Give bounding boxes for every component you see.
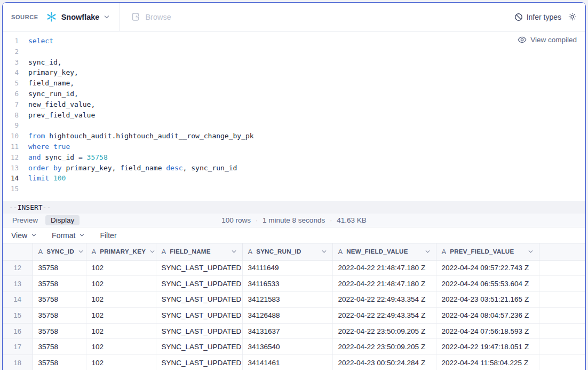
filter-menu-button[interactable]: Filter xyxy=(100,231,116,240)
view-compiled-label: View compiled xyxy=(530,36,577,44)
code-text: new_field_value, xyxy=(19,99,95,110)
cell: 102 xyxy=(86,355,156,370)
browse-button[interactable]: Browse xyxy=(132,12,171,21)
chevron-down-icon[interactable] xyxy=(231,249,237,255)
line-number: 14 xyxy=(3,173,19,184)
code-line[interactable]: 10from hightouch_audit.hightouch_audit__… xyxy=(3,131,585,141)
results-table: ASYNC_IDAPRIMARY_KEYAFIELD_NAMEASYNC_RUN… xyxy=(3,243,585,370)
code-line[interactable]: 2 xyxy=(3,46,585,57)
cell: 35758 xyxy=(33,323,86,339)
table-row: 1635758102SYNC_LAST_UPDATED341316372022-… xyxy=(3,323,585,339)
source-bar-actions: Infer types xyxy=(514,12,577,21)
cell: 34126488 xyxy=(242,308,332,324)
results-tabs-row: Preview Display 100 rows · 1 minute 8 se… xyxy=(3,214,585,227)
code-line[interactable]: 6sync_run_id, xyxy=(3,89,585,99)
cell: 2022-04-23 03:51:21.165 Z xyxy=(436,292,539,308)
code-line[interactable]: 11where true xyxy=(3,141,585,152)
code-line[interactable]: 4primary_key, xyxy=(3,67,585,78)
cell: SYNC_LAST_UPDATED xyxy=(156,292,242,308)
line-number: 8 xyxy=(3,110,19,121)
code-text: order by primary_key, field_name desc, s… xyxy=(19,163,237,174)
filler-header xyxy=(539,243,585,260)
code-text: where true xyxy=(19,141,70,152)
cell: SYNC_LAST_UPDATED xyxy=(156,339,242,355)
code-line[interactable]: 9 xyxy=(3,120,585,131)
code-lines: 1select23sync_id,4primary_key,5field_nam… xyxy=(3,36,585,194)
view-compiled-button[interactable]: View compiled xyxy=(518,36,577,44)
line-number: 9 xyxy=(3,120,19,131)
code-text: prev_field_value xyxy=(19,110,95,121)
chevron-down-icon xyxy=(31,232,37,238)
cell: 2022-04-24 09:57:22.743 Z xyxy=(436,260,539,276)
code-line[interactable]: 13order by primary_key, field_name desc,… xyxy=(3,163,585,174)
line-number: 4 xyxy=(3,67,19,78)
chevron-down-icon xyxy=(104,14,110,20)
code-line[interactable]: 3sync_id, xyxy=(3,57,585,68)
settings-button[interactable] xyxy=(568,12,577,21)
column-header-new_field_value[interactable]: ANEW_FIELD_VALUE xyxy=(332,243,436,260)
filler-cell xyxy=(539,260,585,276)
cell: 35758 xyxy=(33,355,86,370)
source-selector[interactable]: Snowflake xyxy=(46,11,110,22)
code-line[interactable]: 5field_name, xyxy=(3,78,585,89)
menu-label: View xyxy=(11,231,27,240)
code-text: limit 100 xyxy=(19,173,66,184)
code-line[interactable]: 8prev_field_value xyxy=(3,110,585,121)
line-number: 15 xyxy=(3,184,19,194)
cell: SYNC_LAST_UPDATED xyxy=(156,323,242,339)
chevron-down-icon[interactable] xyxy=(321,249,327,255)
column-header-sync_id[interactable]: ASYNC_ID xyxy=(33,243,86,260)
code-line[interactable]: 14limit 100 xyxy=(3,173,585,184)
cell: 102 xyxy=(86,260,156,276)
line-number: 10 xyxy=(3,131,19,141)
line-number: 1 xyxy=(3,36,19,46)
cell: SYNC_LAST_UPDATED xyxy=(156,260,242,276)
column-header-field_name[interactable]: AFIELD_NAME xyxy=(156,243,242,260)
filler-cell xyxy=(539,339,585,355)
code-line[interactable]: 1select xyxy=(3,36,585,46)
chevron-down-icon[interactable] xyxy=(149,249,155,255)
source-label: SOURCE xyxy=(11,14,38,20)
menu-label: Filter xyxy=(100,231,116,240)
code-line[interactable]: 7new_field_value, xyxy=(3,99,585,110)
line-number: 12 xyxy=(3,152,19,163)
tab-display[interactable]: Display xyxy=(45,215,80,225)
cell: 102 xyxy=(86,276,156,292)
cell: 35758 xyxy=(33,276,86,292)
filler-cell xyxy=(539,308,585,324)
chevron-down-icon[interactable] xyxy=(425,249,431,255)
column-header-prev_field_value[interactable]: APREV_FIELD_VALUE xyxy=(436,243,539,260)
chevron-down-icon[interactable] xyxy=(78,249,84,255)
tab-preview[interactable]: Preview xyxy=(7,215,43,225)
source-bar: SOURCE Snowflake xyxy=(3,3,585,32)
format-menu-button[interactable]: Format xyxy=(52,231,85,240)
browse-label: Browse xyxy=(145,13,171,21)
code-text: sync_id, xyxy=(19,57,62,68)
string-type-icon: A xyxy=(338,248,343,256)
menu-label: Format xyxy=(52,231,75,240)
cell: 102 xyxy=(86,292,156,308)
row-number: 13 xyxy=(3,276,33,292)
vim-mode-indicator: --INSERT-- xyxy=(9,203,51,211)
code-line[interactable]: 15 xyxy=(3,184,585,194)
row-number: 15 xyxy=(3,308,33,324)
cell: 2022-04-23 00:50:24.284 Z xyxy=(332,355,436,370)
gear-icon xyxy=(568,12,577,21)
column-header-primary_key[interactable]: APRIMARY_KEY xyxy=(86,243,156,260)
filler-cell xyxy=(539,292,585,308)
dot-separator: · xyxy=(330,217,332,224)
cell: 34116533 xyxy=(242,276,332,292)
column-header-sync_run_id[interactable]: ASYNC_RUN_ID xyxy=(242,243,332,260)
infer-types-button[interactable]: Infer types xyxy=(514,13,561,21)
line-number: 11 xyxy=(3,141,19,152)
chevron-down-icon xyxy=(79,232,85,238)
code-line[interactable]: 12and sync_id = 35758 xyxy=(3,152,585,163)
cell: 35758 xyxy=(33,260,86,276)
filler-cell xyxy=(539,323,585,339)
sql-editor[interactable]: 1select23sync_id,4primary_key,5field_nam… xyxy=(3,32,585,201)
cell: SYNC_LAST_UPDATED xyxy=(156,276,242,292)
source-name: Snowflake xyxy=(61,13,100,21)
table-row: 1535758102SYNC_LAST_UPDATED341264882022-… xyxy=(3,308,585,324)
view-menu-button[interactable]: View xyxy=(11,231,37,240)
chevron-down-icon[interactable] xyxy=(528,249,534,255)
